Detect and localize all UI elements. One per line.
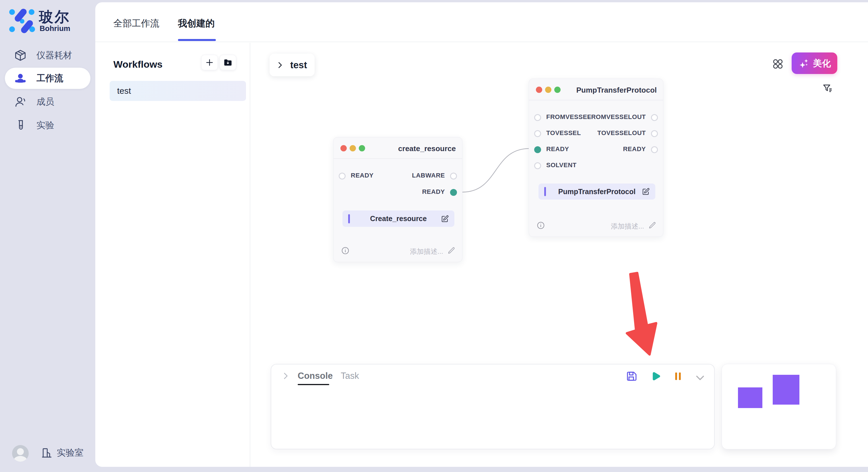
traffic-dot-red — [536, 87, 542, 93]
traffic-dot-green — [554, 87, 561, 93]
node-footer: 添加描述... — [529, 220, 663, 231]
collapse-chevron-down-icon[interactable] — [694, 372, 706, 383]
main-panel: 全部工作流 我创建的 Workflows test test — [95, 2, 868, 467]
port-label: READY — [422, 188, 445, 196]
test-tube-icon — [14, 119, 27, 132]
brand-name-en: Bohrium — [40, 24, 70, 33]
lab-label: 实验室 — [57, 447, 84, 459]
tab-created-by-me[interactable]: 我创建的 — [178, 17, 215, 30]
sidebar-footer: 实验室 — [0, 444, 95, 463]
input-port-tovessel[interactable] — [534, 130, 541, 137]
console-panel: Console Task — [271, 364, 715, 449]
traffic-dot-green — [359, 145, 365, 151]
port-row: TOVESSEL TOVESSELOUT — [529, 127, 663, 140]
action-accent-bar — [544, 187, 546, 196]
port-label: READY — [351, 172, 374, 179]
node-pump-transfer-protocol[interactable]: PumpTransferProtocol FROMVESSEL FROMVESS… — [529, 78, 663, 237]
workflow-item-name: test — [117, 86, 131, 96]
minimap-node-pump-transfer — [773, 375, 799, 405]
brand-name-cn: 玻尔 — [39, 7, 70, 27]
traffic-dot-yellow — [545, 87, 551, 93]
info-icon[interactable] — [341, 246, 350, 255]
beautify-button[interactable]: 美化 — [792, 53, 837, 74]
edit-icon[interactable] — [642, 187, 650, 196]
avatar[interactable] — [12, 445, 29, 462]
port-row: READY — [334, 186, 462, 199]
node-title: create_resource — [398, 144, 456, 153]
workflows-panel: Workflows test — [95, 43, 250, 467]
edit-icon[interactable] — [441, 214, 449, 223]
brand: 玻尔 Bohrium — [9, 7, 92, 34]
input-port-fromvessel[interactable] — [534, 114, 541, 121]
traffic-dot-yellow — [350, 145, 356, 151]
output-port-ready[interactable] — [651, 146, 658, 153]
node-action-button[interactable]: Create_resource — [342, 210, 454, 227]
input-port-ready[interactable] — [339, 173, 346, 179]
port-label: READY — [546, 145, 569, 153]
breadcrumb[interactable]: test — [270, 54, 315, 76]
minimap-node-create-resource — [738, 387, 763, 408]
filter-icon[interactable] — [822, 83, 833, 94]
sidebar-item-workflow[interactable]: 工作流 — [5, 68, 90, 89]
node-title: PumpTransferProtocol — [577, 86, 657, 95]
folder-download-icon — [223, 58, 232, 67]
package-icon — [14, 49, 27, 62]
node-action-label: Create_resource — [342, 214, 454, 223]
info-icon[interactable] — [536, 221, 545, 230]
node-action-button[interactable]: PumpTransferProtocol — [538, 183, 655, 200]
sidebar-item-instruments[interactable]: 仪器耗材 — [5, 45, 90, 66]
tab-task[interactable]: Task — [341, 371, 359, 381]
console-expand-chevron-icon[interactable] — [281, 371, 290, 380]
output-port-tovesselout[interactable] — [651, 130, 658, 137]
input-port-ready[interactable] — [534, 146, 541, 153]
workflow-icon — [14, 72, 27, 85]
lab-switcher[interactable]: 实验室 — [41, 447, 84, 459]
chevron-right-icon — [276, 61, 284, 69]
traffic-dot-red — [340, 145, 347, 151]
sidebar-item-experiment[interactable]: 实验 — [5, 115, 90, 136]
workflow-list-item[interactable]: test — [110, 81, 246, 101]
output-port-labware[interactable] — [450, 173, 457, 179]
breadcrumb-label: test — [290, 60, 307, 71]
console-tab-underline — [298, 384, 329, 385]
input-port-solvent[interactable] — [534, 162, 541, 169]
tab-console[interactable]: Console — [298, 371, 333, 381]
sidebar-item-members[interactable]: 成员 — [5, 91, 90, 112]
tab-all-workflows[interactable]: 全部工作流 — [113, 17, 159, 30]
apps-grid-icon[interactable] — [772, 58, 784, 70]
import-workflow-button[interactable] — [220, 55, 236, 70]
sidebar-item-label: 成员 — [36, 96, 54, 108]
active-tab-underline — [178, 39, 216, 41]
port-label: FROMVESSEL — [546, 113, 591, 121]
pencil-icon[interactable] — [447, 247, 455, 255]
sidebar: 玻尔 Bohrium 仪器耗材 工作流 成员 实验 — [0, 0, 95, 472]
port-label: LABWARE — [412, 172, 445, 179]
add-workflow-button[interactable] — [201, 55, 218, 70]
node-footer: 添加描述... — [334, 245, 462, 257]
port-label: TOVESSEL — [546, 129, 581, 137]
play-icon[interactable] — [649, 370, 661, 382]
beautify-label: 美化 — [813, 57, 831, 69]
output-port-fromvesselout[interactable] — [651, 114, 658, 121]
workflow-canvas[interactable]: test 美化 create_resou — [250, 43, 868, 467]
save-icon[interactable] — [625, 370, 638, 382]
pencil-icon[interactable] — [648, 222, 656, 229]
description-placeholder[interactable]: 添加描述... — [611, 222, 644, 231]
output-port-ready[interactable] — [450, 189, 457, 196]
plus-icon — [205, 58, 214, 67]
node-header[interactable]: create_resource — [334, 137, 462, 159]
node-create-resource[interactable]: create_resource READY LABWARE READY Crea… — [333, 137, 462, 262]
minimap[interactable] — [722, 364, 836, 449]
sidebar-item-label: 实验 — [36, 119, 54, 131]
sparkles-icon — [798, 58, 810, 69]
port-row: READY LABWARE — [334, 169, 462, 183]
node-header[interactable]: PumpTransferProtocol — [529, 79, 663, 100]
pause-icon[interactable] — [672, 370, 684, 382]
tabs-bar: 全部工作流 我创建的 — [95, 2, 868, 42]
sidebar-item-label: 工作流 — [36, 72, 63, 84]
port-label: READY — [623, 145, 646, 153]
workflows-panel-title: Workflows — [113, 59, 162, 70]
port-row: SOLVENT — [529, 159, 663, 172]
description-placeholder[interactable]: 添加描述... — [410, 247, 443, 256]
port-label: SOLVENT — [546, 162, 577, 169]
